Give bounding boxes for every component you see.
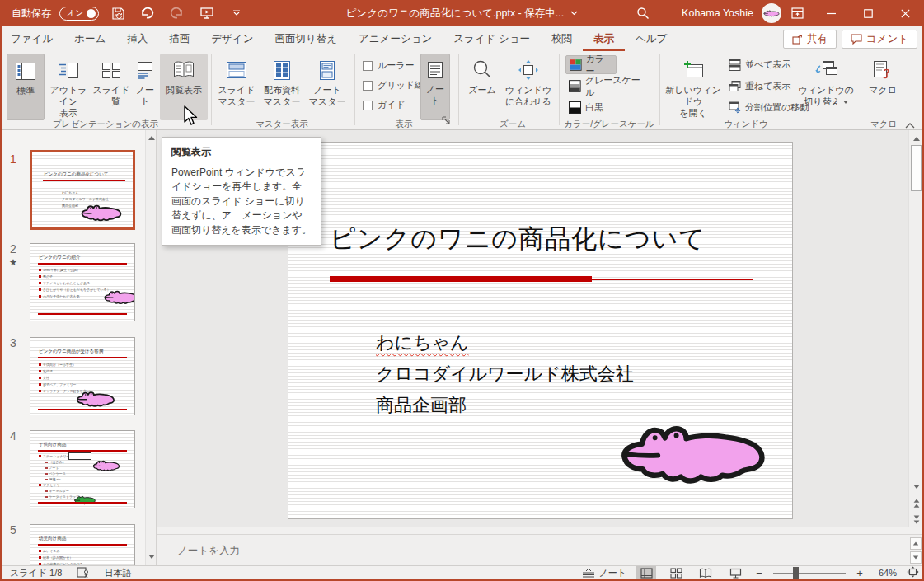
autosave-toggle[interactable]: オン [59,7,99,21]
notes-scroll-up-icon[interactable] [910,537,922,550]
tab-transitions[interactable]: 画面切り替え [264,26,348,51]
user-name[interactable]: Kohama Yoshie [682,7,753,19]
slide-thumbnail-2[interactable]: ピンクのワニの紹介 1980年春に誕生（公認） 男の子 ツチノコといわれたことが… [30,243,135,321]
zoom-level[interactable]: 64% [874,568,897,578]
zoom-slider-thumb[interactable] [793,567,799,579]
slide-body-line[interactable]: クロコダイルワールド株式会社 [376,362,634,387]
search-icon[interactable] [632,3,654,23]
close-button[interactable] [887,0,924,26]
comments-button[interactable]: コメント [842,30,917,49]
save-icon[interactable] [107,3,129,23]
slide-indicator[interactable]: スライド 1/8 [10,567,62,579]
tab-design[interactable]: デザイン [200,26,264,51]
notes-pane[interactable]: ノートを入力 [157,534,924,565]
normal-view-button[interactable]: 標準 [7,54,45,120]
slide-master-button[interactable]: スライド マスター [216,54,257,120]
ribbon-display-options-icon[interactable] [781,0,813,26]
slide-title[interactable]: ピンクのワニの商品化について [330,222,706,256]
vertical-scrollbar[interactable] [908,130,922,527]
avatar[interactable] [762,3,781,23]
slide-thumbnail-4[interactable]: 子供向け商品 ステーショナリーグッズ （はさみ） ノート ペンケース 便箋 et… [30,430,135,508]
handout-master-icon [270,59,294,82]
outline-view-button[interactable]: アウトライン 表示 [46,54,91,120]
tab-file[interactable]: ファイル [0,26,63,51]
slide-number: 1 [10,152,16,166]
new-window-button[interactable]: 新しいウィンドウ を開く [664,54,722,120]
slide-sorter-shortcut[interactable] [666,566,686,579]
tab-draw[interactable]: 描画 [158,26,200,51]
pink-crocodile-thumb [75,387,116,410]
fit-to-window-icon [517,59,540,82]
slide-body-line[interactable]: わにちゃん [376,330,469,355]
next-slide-icon[interactable] [910,513,922,526]
pink-crocodile-thumb [80,200,123,224]
scroll-down-icon[interactable] [910,480,922,493]
handout-master-button[interactable]: 配布資料 マスター [259,54,305,120]
slide-canvas[interactable]: ピンクのワニの商品化について わにちゃん クロコダイルワールド株式会社 商品企画… [288,142,793,519]
normal-view-shortcut[interactable] [636,566,656,579]
minimize-button[interactable] [813,0,850,26]
thumbnail-scrollbar[interactable] [145,130,156,565]
pink-crocodile-thumb [91,457,121,473]
fit-slide-to-window-icon[interactable] [907,566,919,579]
pink-crocodile-image[interactable] [617,410,770,494]
maximize-button[interactable] [850,0,887,26]
guides-checkbox[interactable]: ガイド [363,99,406,111]
notes-scroll-down-icon[interactable] [910,551,922,564]
title-bar: 自動保存 オン ピンクのワニの商品化について.pptx - 保存中... [0,0,924,26]
previous-slide-icon[interactable] [910,496,922,509]
black-and-white-button[interactable]: 白黒 [565,98,613,117]
notes-toggle-button[interactable]: ノー ト [420,54,450,120]
animation-star-icon: ★ [9,257,17,268]
slide-body-line[interactable]: 商品企画部 [376,393,467,418]
accessibility-checker-icon[interactable] [77,567,89,579]
customize-quick-access-icon[interactable] [226,3,247,23]
slide-sorter-button[interactable]: スライド 一覧 [92,54,130,120]
scroll-up-icon[interactable] [910,132,922,145]
switch-windows-button[interactable]: ウィンドウの 切り替え [796,54,856,120]
slide-thumbnail-5[interactable]: 幼児向け商品 ぬいぐるみ 絵本（読み聞かせ） その他商品にピンクのワニ… [30,524,135,565]
notes-master-button[interactable]: ノート マスター [307,54,348,120]
arrange-all-button[interactable]: 並べて表示 [725,55,795,74]
zoom-out-button[interactable]: − [755,567,763,579]
tab-help[interactable]: ヘルプ [625,26,678,51]
tab-insert[interactable]: 挿入 [116,26,158,51]
reading-view-shortcut[interactable] [696,566,715,579]
cascade-icon [729,80,741,92]
slideshow-from-start-icon[interactable] [196,3,218,23]
tab-animations[interactable]: アニメーション [348,26,443,51]
scrollbar-thumb[interactable] [911,145,922,191]
zoom-button[interactable]: ズーム [463,54,501,120]
notes-placeholder[interactable]: ノートを入力 [177,544,240,558]
gridlines-checkbox[interactable]: グリッド線 [363,79,424,91]
language-indicator[interactable]: 日本語 [104,567,131,579]
tab-review[interactable]: 校閲 [541,26,583,51]
zoom-slider[interactable] [773,573,846,574]
redo-button[interactable] [167,3,188,23]
grayscale-button[interactable]: グレースケール [565,77,651,96]
slideshow-shortcut[interactable] [725,566,745,579]
undo-button[interactable] [137,3,158,23]
macros-button[interactable]: マクロ [864,54,902,120]
tab-view[interactable]: 表示 [583,26,625,51]
group-label-show: 表示 [363,119,445,130]
tab-slideshow[interactable]: スライド ショー [443,26,541,51]
zoom-in-button[interactable]: + [856,567,864,579]
window-border-left [0,26,2,581]
color-button[interactable]: カラー [565,55,617,74]
scroll-down-icon[interactable] [146,551,157,562]
arrange-all-icon [729,59,741,71]
share-button[interactable]: 共有 [783,30,837,49]
ruler-checkbox[interactable]: ルーラー [363,59,415,72]
slide-thumbnail-3[interactable]: ピンクのワニ商品が受ける客層 子供向け（〜小学生） 乳幼児 女性 親子ペア、ファ… [30,337,135,415]
notes-toggle[interactable]: ノート [582,567,626,579]
cascade-button[interactable]: 重ねて表示 [725,77,795,96]
group-label-color-grayscale: カラー/グレースケール [564,119,654,130]
slide-thumbnail-1[interactable]: ピンクのワニの商品化について わにちゃん クロコダイルワールド株式会社 商品企画… [30,150,135,230]
tab-home[interactable]: ホーム [63,26,116,51]
title-dropdown-icon[interactable] [570,11,578,16]
chevron-down-icon [843,101,848,104]
notes-page-button[interactable]: ノー ト [132,54,158,120]
scroll-up-icon[interactable] [146,132,157,143]
fit-to-window-button[interactable]: ウィンドウ に合わせる [503,54,554,120]
